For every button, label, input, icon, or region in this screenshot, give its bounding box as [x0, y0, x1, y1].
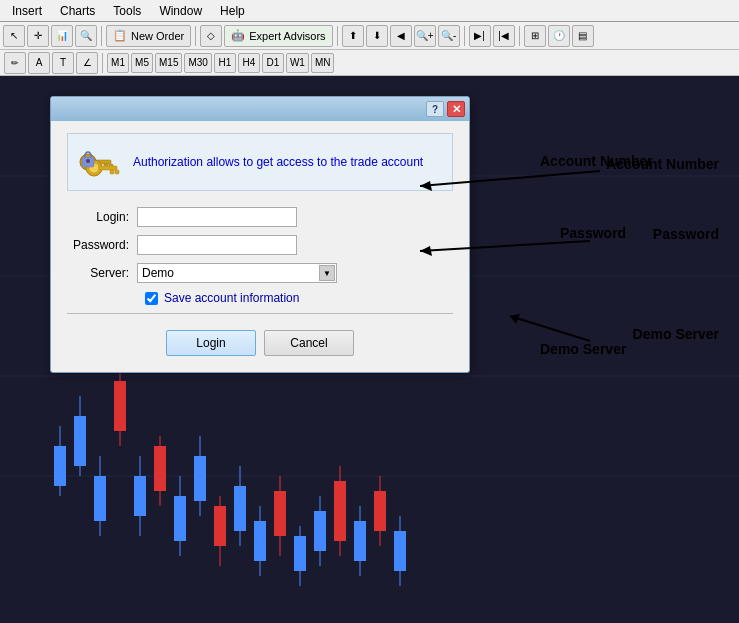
dialog-overlay: ? ✕: [0, 76, 739, 623]
t-btn[interactable]: T: [52, 52, 74, 74]
menu-tools[interactable]: Tools: [105, 2, 149, 20]
keys-icon: [76, 142, 121, 182]
login-input[interactable]: [137, 207, 297, 227]
expert-label: Expert Advisors: [249, 30, 325, 42]
sep5: [519, 26, 520, 46]
clock-btn[interactable]: 🕐: [548, 25, 570, 47]
sep3: [337, 26, 338, 46]
server-row: Server: ▼: [67, 263, 453, 283]
toolbar1: ↖ ✛ 📊 🔍 📋 New Order ◇ 🤖 Expert Advisors …: [0, 22, 739, 50]
new-order-btn[interactable]: 📋 New Order: [106, 25, 191, 47]
dialog-content: Authorization allows to get access to th…: [51, 121, 469, 372]
crosshair-btn[interactable]: ✛: [27, 25, 49, 47]
line-studies-btn[interactable]: ✏: [4, 52, 26, 74]
a-btn[interactable]: A: [28, 52, 50, 74]
misc-btn[interactable]: ▤: [572, 25, 594, 47]
server-select-wrapper: ▼: [137, 263, 337, 283]
zoom-in-btn[interactable]: 🔍+: [414, 25, 436, 47]
svg-rect-48: [99, 166, 117, 170]
menu-window[interactable]: Window: [151, 2, 210, 20]
svg-rect-50: [115, 170, 119, 174]
save-checkbox-row: Save account information: [145, 291, 453, 305]
save-checkbox-label[interactable]: Save account information: [164, 291, 299, 305]
login-button[interactable]: Login: [166, 330, 256, 356]
cancel-button[interactable]: Cancel: [264, 330, 354, 356]
zoom-out-btn[interactable]: 🔍-: [438, 25, 460, 47]
prop1-btn[interactable]: ▶|: [469, 25, 491, 47]
tf-m1[interactable]: M1: [107, 53, 129, 73]
password-row: Password:: [67, 235, 453, 255]
new-order-icon: 📋: [113, 29, 127, 42]
indicator-btn[interactable]: ◇: [200, 25, 222, 47]
dialog-header-text: Authorization allows to get access to th…: [133, 155, 423, 169]
tf-m30[interactable]: M30: [184, 53, 211, 73]
sep6: [102, 53, 103, 73]
save-checkbox[interactable]: [145, 292, 158, 305]
tf-w1[interactable]: W1: [286, 53, 309, 73]
dialog-close-btn[interactable]: ✕: [447, 101, 465, 117]
period-down-btn[interactable]: ⬇: [366, 25, 388, 47]
sep4: [464, 26, 465, 46]
menu-bar: Insert Charts Tools Window Help: [0, 0, 739, 22]
tf-m5[interactable]: M5: [131, 53, 153, 73]
grid-btn[interactable]: ⊞: [524, 25, 546, 47]
period-up-btn[interactable]: ⬆: [342, 25, 364, 47]
prop2-btn[interactable]: |◀: [493, 25, 515, 47]
dialog-buttons: Login Cancel: [67, 322, 453, 360]
menu-charts[interactable]: Charts: [52, 2, 103, 20]
zoom-btn[interactable]: 🔍: [75, 25, 97, 47]
tf-d1[interactable]: D1: [262, 53, 284, 73]
server-input[interactable]: [137, 263, 337, 283]
tf-m15[interactable]: M15: [155, 53, 182, 73]
arrow-tool-btn[interactable]: ↖: [3, 25, 25, 47]
server-label: Server:: [67, 266, 137, 280]
toolbar2: ✏ A T ∠ M1 M5 M15 M30 H1 H4 D1 W1 MN: [0, 50, 739, 76]
dialog-header: Authorization allows to get access to th…: [67, 133, 453, 191]
new-order-label: New Order: [131, 30, 184, 42]
menu-help[interactable]: Help: [212, 2, 253, 20]
expert-icon: 🤖: [231, 29, 245, 42]
nav-left-btn[interactable]: ◀: [390, 25, 412, 47]
angle-btn[interactable]: ∠: [76, 52, 98, 74]
line-chart-btn[interactable]: 📊: [51, 25, 73, 47]
dialog-help-btn[interactable]: ?: [426, 101, 444, 117]
tf-h4[interactable]: H4: [238, 53, 260, 73]
expert-advisors-btn[interactable]: 🤖 Expert Advisors: [224, 25, 332, 47]
dialog-separator: [67, 313, 453, 314]
login-dialog: ? ✕: [50, 96, 470, 373]
login-label: Login:: [67, 210, 137, 224]
dialog-titlebar: ? ✕: [51, 97, 469, 121]
svg-point-52: [86, 159, 90, 163]
tf-mn[interactable]: MN: [311, 53, 335, 73]
password-label: Password:: [67, 238, 137, 252]
tf-h1[interactable]: H1: [214, 53, 236, 73]
menu-insert[interactable]: Insert: [4, 2, 50, 20]
password-input[interactable]: [137, 235, 297, 255]
login-row: Login:: [67, 207, 453, 227]
sep2: [195, 26, 196, 46]
svg-rect-49: [110, 170, 114, 174]
sep1: [101, 26, 102, 46]
